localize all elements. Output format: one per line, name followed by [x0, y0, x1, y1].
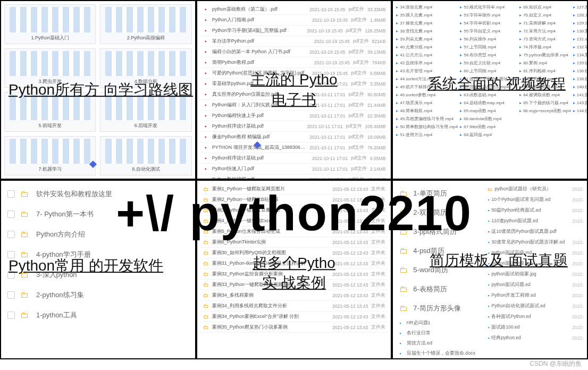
video-item[interactable]: ▸127.发送POST请求.mp4: [573, 4, 588, 10]
video-item[interactable]: ▸52.格式化字符串.mp4: [460, 4, 517, 10]
resume-extra-row[interactable]: ▪各行业日常: [396, 328, 483, 338]
video-item[interactable]: ▸72.常用方法.mp4: [519, 28, 571, 34]
video-item[interactable]: ▸46.sorted参数.mp4: [396, 92, 458, 98]
file-row[interactable]: ▪像金Python教程 精编版.pdf2021-10-11 17:01pdf文件…: [200, 132, 388, 142]
resume-extra-row[interactable]: ▪HR必问题1: [396, 318, 483, 328]
video-item[interactable]: ▸40.元素分组.mp4: [396, 44, 458, 50]
video-item[interactable]: ▸63.函数基础.mp4: [460, 92, 517, 98]
checkbox[interactable]: [7, 251, 15, 258]
video-item[interactable]: ▸43.名片管理.mp4: [396, 68, 458, 74]
video-item[interactable]: ▸73.查询方式.mp4: [519, 36, 571, 42]
file-row[interactable]: ▪笨办法学Python.pdf2021-10-19 15:45pdf文件821K…: [200, 36, 388, 47]
file-row[interactable]: ▪Python快速入门.pdf2021-10-11 17:01pdf文件2.14…: [200, 164, 388, 174]
roadmap-thumb[interactable]: 7.机器学习: [4, 136, 96, 176]
checkbox[interactable]: [7, 231, 15, 238]
file-row[interactable]: ▪Python程序设计基础.pdf2021-10-11 17:01pdf文件10…: [200, 121, 388, 132]
video-item[interactable]: ▸60.上节回顾.mp4: [460, 68, 517, 74]
case-row[interactable]: 🗀案例33_Python一键爬取网络视频案例2021-05-12 13:43文件…: [200, 280, 388, 290]
video-item[interactable]: ▸129.SQLite数据库.mp4: [573, 20, 588, 26]
case-row[interactable]: 🗀案例34_利用多线程去爬取文件分析2021-05-12 13:43文件夹: [200, 301, 388, 312]
video-item[interactable]: ▸62.理解列表的用法.mp4: [460, 84, 517, 90]
file-row[interactable]: ▪简明Python教程.pdf2021-10-19 15:45pdf文件784K…: [200, 57, 388, 68]
file-row[interactable]: ▪真实世界的Python仪器监控.pdf2021-10-11 17:01pdf文…: [200, 89, 388, 100]
video-item[interactable]: ▸64.基础函数map.mp4: [460, 100, 517, 106]
case-row[interactable]: 🗀案例35_Python爬某热门小说多案例2021-05-12 13:43文件夹: [200, 322, 388, 333]
video-item[interactable]: ▸132.项目组案例.mp4: [573, 44, 588, 50]
resume-doc-row[interactable]: ▪Python开发工程师.ed2022-: [488, 290, 584, 301]
video-item[interactable]: ▸135.练习题.mp4: [573, 60, 588, 66]
video-item[interactable]: ▸38.查找元素.mp4: [396, 28, 458, 34]
video-item[interactable]: ▸86.myjs+except函数.mp4: [519, 108, 571, 114]
video-item[interactable]: ▸130.案例演示自定义中间过程.mp4: [573, 28, 588, 34]
resume-doc-row[interactable]: ▪Python自动化测试面试.ed2022-: [488, 301, 584, 312]
video-item[interactable]: ▸59.自定义比较.mp4: [460, 60, 517, 66]
resume-doc-row[interactable]: ▪30道常见的Python面试题含详解.ed2022-: [488, 237, 584, 248]
roadmap-thumb[interactable]: 1.Python基础入门: [4, 4, 96, 44]
case-row[interactable]: 🗀案例30_如何利用PyQt5的文档视图2021-05-12 13:43文件夹: [200, 248, 388, 258]
case-row[interactable]: 🗀案例2_Python一键爬取B站弹幕2021-05-12 13:43文件夹: [200, 195, 388, 205]
video-item[interactable]: ▸56.列表操作.mp4: [460, 36, 517, 42]
resume-extra-row[interactable]: ▪简技方法.ed: [396, 338, 483, 348]
file-row[interactable]: ▪PYTHON 项目开发实战_超高清_13883067.pdf2021-10-1…: [200, 142, 388, 153]
folder-row[interactable]: 🗀4-python学习手册: [4, 245, 192, 265]
resume-folder-row[interactable]: 🗀7-简历方形头像: [396, 299, 483, 318]
case-row[interactable]: 🗀案例34_Python案例Excel“合并”讲解 分割2021-05-12 1…: [200, 312, 388, 322]
video-item[interactable]: ▸42.选择排序.mp4: [396, 60, 458, 66]
resume-folder-row[interactable]: 🗀3-ppt格式简历: [396, 222, 483, 241]
checkbox[interactable]: [7, 291, 15, 299]
video-item[interactable]: ▸61.迭代中变量的作用域.mp4: [460, 76, 517, 82]
video-item[interactable]: ▸58.布尔类型.mp4: [460, 52, 517, 58]
checkbox[interactable]: [7, 190, 15, 198]
video-item[interactable]: ▸75.python爬虫排课.mp4: [519, 52, 571, 58]
video-item[interactable]: ▸81.序列检标.mp4: [519, 68, 571, 74]
case-row[interactable]: 🗀案例4_Python一键生成Excel2021-05-12 13:43文件夹: [200, 216, 388, 226]
checkbox[interactable]: [7, 211, 15, 218]
file-row[interactable]: ▪python基础教程（第二版）.pdf2021-10-19 15:45pdf文…: [200, 4, 388, 15]
video-item[interactable]: ▸47.场景演示.mp4: [396, 100, 458, 106]
video-item[interactable]: ▸34.添加元素.mp4: [396, 4, 458, 10]
resume-doc-row[interactable]: ▪各种面试Python.ed2022-: [488, 312, 584, 322]
video-item[interactable]: ▸136.线程概念.mp4: [573, 68, 588, 74]
resume-folder-row[interactable]: 🗀4-psd简历: [396, 241, 483, 260]
folder-row[interactable]: 🗀软件安装包和教程放这里: [4, 184, 192, 204]
file-row[interactable]: ▪Python程序设计基础.pdf2021-10-11 17:01pdf文件6.…: [200, 153, 388, 164]
resume-doc-row[interactable]: ▪经典python.ed2022-: [488, 333, 584, 343]
resume-doc-row[interactable]: ▪50篇Python经典面试.ed2022-: [488, 205, 584, 216]
video-item[interactable]: ▸143.抓文机制图保图案例.mp4: [573, 100, 588, 106]
file-row[interactable]: ▪编程小白的第一本 Python 入门书.pdf2021-10-19 15:45…: [200, 47, 388, 57]
video-item[interactable]: ▸49.高程度编程练习专用.mp4: [396, 116, 458, 122]
roadmap-thumb[interactable]: 4.数据分析: [100, 48, 191, 88]
resume-doc-row[interactable]: ▪10个Python面试常见问题.ed2022-: [488, 195, 584, 205]
file-row[interactable]: ▪Python数据挖掘.pdf2021-10-11 17:01pdf文件13.1…: [200, 174, 388, 180]
case-row[interactable]: 🗀案例1_Python一键爬取某网页图片2021-05-12 13:43文件夹: [200, 184, 388, 195]
roadmap-thumb[interactable]: 2.Python高级编程: [100, 4, 191, 44]
video-item[interactable]: ▸141.抓文制作图保图案例.mp4: [573, 92, 588, 98]
folder-row[interactable]: 🗀7- Python第一本书: [4, 204, 192, 224]
resume-folder-row[interactable]: 🗀2-双页简历: [396, 203, 483, 222]
video-item[interactable]: ▸57.上节回顾.mp4: [460, 44, 517, 50]
case-row[interactable]: 🗀案例3_Python一键爬取豆瓣电影2021-05-12 13:43文件夹: [200, 205, 388, 216]
video-item[interactable]: ▸68.返回值.mp4: [460, 132, 517, 138]
video-item[interactable]: ▸45.切片下标排序.mp4: [396, 84, 458, 90]
resume-doc-row[interactable]: ▪python面试初级案.jpg2022-: [488, 269, 584, 280]
resume-doc-row[interactable]: ▪这10道简历Python面试真题.pdf: [488, 226, 584, 237]
video-item[interactable]: ▸35.插入元素.mp4: [396, 12, 458, 18]
video-item[interactable]: ▸70.自定义.mp4: [519, 12, 571, 18]
resume-extra-row[interactable]: ▪与好话语.docx: [396, 358, 483, 359]
video-item[interactable]: ▸51.使用方法.mp4: [396, 132, 458, 138]
folder-row[interactable]: 🗀Python方向介绍: [4, 224, 192, 245]
roadmap-thumb[interactable]: 3.爬虫开发: [4, 48, 96, 88]
video-item[interactable]: ▸140.线程守护线程.mp4: [573, 84, 588, 90]
case-row[interactable]: 🗀案例32_Python监控音频分析案例2021-05-12 13:43文件夹: [200, 269, 388, 280]
video-item[interactable]: ▸85.下个题的练习题.mp4: [519, 100, 571, 106]
video-item[interactable]: ▸44.sorted方法.mp4: [396, 76, 458, 82]
case-row[interactable]: 🗀案例31_Python-tkinter的GUI项目全流程讲解2021-05-1…: [200, 258, 388, 269]
case-row[interactable]: 🗀案例6_PythonTkinter实例2021-05-12 13:43文件夹: [200, 237, 388, 248]
video-item[interactable]: ▸134.案例分析.mp4: [573, 52, 588, 58]
video-item[interactable]: ▸71.实例讲解.mp4: [519, 20, 571, 26]
video-item[interactable]: ▸74.排序题.mp4: [519, 44, 571, 50]
video-item[interactable]: ▸83.接收返回值.mp4: [519, 84, 571, 90]
video-item[interactable]: ▸53.字符串操作.mp4: [460, 12, 517, 18]
video-item[interactable]: ▸82.格式操作.mp4: [519, 76, 571, 82]
video-item[interactable]: ▸80.案例.mp4: [519, 60, 571, 66]
